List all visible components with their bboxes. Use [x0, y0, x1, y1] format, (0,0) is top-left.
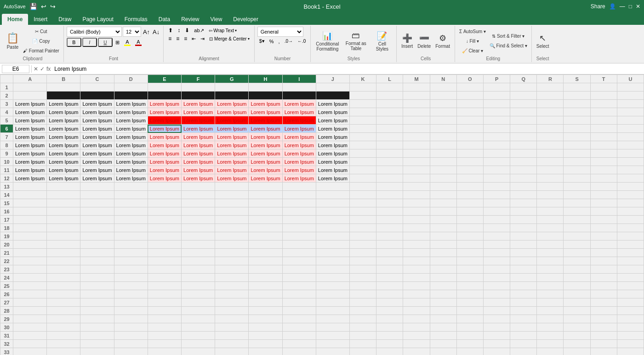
- cell-H20[interactable]: [249, 240, 282, 249]
- cell-C10[interactable]: Lorem Ipsum: [80, 158, 114, 166]
- cell-F21[interactable]: [182, 249, 215, 257]
- cell-E18[interactable]: [148, 224, 181, 232]
- cell-K20[interactable]: [350, 240, 376, 249]
- cell-R27[interactable]: [537, 298, 564, 307]
- cell-B30[interactable]: [47, 323, 80, 332]
- align-right-button[interactable]: ≡: [182, 35, 189, 42]
- delete-button[interactable]: ➖ Delete: [416, 29, 433, 53]
- cell-D3[interactable]: Lorem Ipsum: [114, 100, 148, 108]
- cell-D33[interactable]: [114, 348, 148, 355]
- cell-U28[interactable]: [617, 307, 644, 315]
- cell-A16[interactable]: [13, 207, 47, 216]
- cell-S33[interactable]: [564, 348, 590, 355]
- cell-T33[interactable]: [590, 348, 617, 355]
- cell-L29[interactable]: [376, 315, 403, 323]
- restore-icon[interactable]: □: [629, 3, 632, 10]
- cell-B13[interactable]: [47, 183, 80, 191]
- cell-M22[interactable]: [403, 257, 430, 265]
- cell-C25[interactable]: [80, 282, 114, 290]
- cell-N25[interactable]: [430, 282, 456, 290]
- cell-L32[interactable]: [376, 340, 403, 348]
- cell-L1[interactable]: [376, 83, 403, 92]
- cell-Q15[interactable]: [510, 199, 537, 207]
- tab-draw[interactable]: Draw: [53, 14, 77, 25]
- cell-N10[interactable]: [430, 158, 456, 166]
- cell-K1[interactable]: [350, 83, 376, 92]
- cell-M33[interactable]: [403, 348, 430, 355]
- increase-indent-button[interactable]: ⇥: [199, 35, 206, 42]
- cell-T3[interactable]: [590, 100, 617, 108]
- cell-F19[interactable]: [182, 232, 215, 240]
- cell-F10[interactable]: Lorem Ipsum: [182, 158, 215, 166]
- cell-Q28[interactable]: [510, 307, 537, 315]
- cell-A10[interactable]: Lorem Ipsum: [13, 158, 47, 166]
- cell-A11[interactable]: Lorem Ipsum: [13, 166, 47, 174]
- cell-R10[interactable]: [537, 158, 564, 166]
- cell-N24[interactable]: [430, 274, 456, 282]
- cell-R25[interactable]: [537, 282, 564, 290]
- percent-button[interactable]: %: [268, 38, 276, 45]
- cell-H30[interactable]: [249, 323, 282, 332]
- cell-N7[interactable]: [430, 133, 456, 141]
- cell-M29[interactable]: [403, 315, 430, 323]
- cell-R19[interactable]: [537, 232, 564, 240]
- cell-B21[interactable]: [47, 249, 80, 257]
- cell-C27[interactable]: [80, 298, 114, 307]
- cell-M25[interactable]: [403, 282, 430, 290]
- cell-J17[interactable]: [316, 216, 349, 224]
- cell-P27[interactable]: [484, 298, 510, 307]
- cell-K16[interactable]: [350, 207, 376, 216]
- cell-P9[interactable]: [484, 149, 510, 158]
- cell-S2[interactable]: [564, 92, 590, 100]
- cell-D4[interactable]: Lorem Ipsum: [114, 108, 148, 116]
- cell-L9[interactable]: [376, 149, 403, 158]
- cell-H18[interactable]: [249, 224, 282, 232]
- cell-T23[interactable]: [590, 265, 617, 274]
- cell-E29[interactable]: [148, 315, 181, 323]
- cell-G14[interactable]: [215, 191, 249, 199]
- cell-O22[interactable]: [456, 257, 483, 265]
- cell-K11[interactable]: [350, 166, 376, 174]
- cell-A20[interactable]: [13, 240, 47, 249]
- cell-M6[interactable]: [403, 125, 430, 133]
- row-header-2[interactable]: 2: [0, 92, 13, 100]
- cell-S12[interactable]: [564, 174, 590, 183]
- cell-Q24[interactable]: [510, 274, 537, 282]
- cell-J19[interactable]: [316, 232, 349, 240]
- cell-M32[interactable]: [403, 340, 430, 348]
- row-header-6[interactable]: 6: [0, 125, 13, 133]
- cell-styles-button[interactable]: 📝 Cell Styles: [370, 29, 393, 53]
- cell-K5[interactable]: [350, 116, 376, 125]
- autosum-button[interactable]: Σ AutoSum ▾: [458, 27, 487, 36]
- cell-Q2[interactable]: [510, 92, 537, 100]
- cell-F15[interactable]: [182, 199, 215, 207]
- cell-B32[interactable]: [47, 340, 80, 348]
- cell-N20[interactable]: [430, 240, 456, 249]
- cell-F7[interactable]: Lorem Ipsum: [182, 133, 215, 141]
- cell-I3[interactable]: Lorem Ipsum: [282, 100, 316, 108]
- cell-T14[interactable]: [590, 191, 617, 199]
- cell-M1[interactable]: [403, 83, 430, 92]
- cell-P30[interactable]: [484, 323, 510, 332]
- row-header-24[interactable]: 24: [0, 274, 13, 282]
- cell-M20[interactable]: [403, 240, 430, 249]
- cell-E26[interactable]: [148, 290, 181, 298]
- cell-J31[interactable]: [316, 332, 349, 340]
- cell-H17[interactable]: [249, 216, 282, 224]
- cell-J5[interactable]: Lorem Ipsum: [316, 116, 349, 125]
- cell-P21[interactable]: [484, 249, 510, 257]
- cell-M21[interactable]: [403, 249, 430, 257]
- cell-R11[interactable]: [537, 166, 564, 174]
- cell-E28[interactable]: [148, 307, 181, 315]
- cell-T5[interactable]: [590, 116, 617, 125]
- tab-data[interactable]: Data: [153, 14, 176, 25]
- cell-S4[interactable]: [564, 108, 590, 116]
- cell-T12[interactable]: [590, 174, 617, 183]
- cell-reference-box[interactable]: [2, 65, 29, 73]
- cell-U21[interactable]: [617, 249, 644, 257]
- cut-button[interactable]: ✂ Cut: [22, 27, 61, 36]
- cell-T9[interactable]: [590, 149, 617, 158]
- cell-S17[interactable]: [564, 216, 590, 224]
- cell-O16[interactable]: [456, 207, 483, 216]
- cell-H32[interactable]: [249, 340, 282, 348]
